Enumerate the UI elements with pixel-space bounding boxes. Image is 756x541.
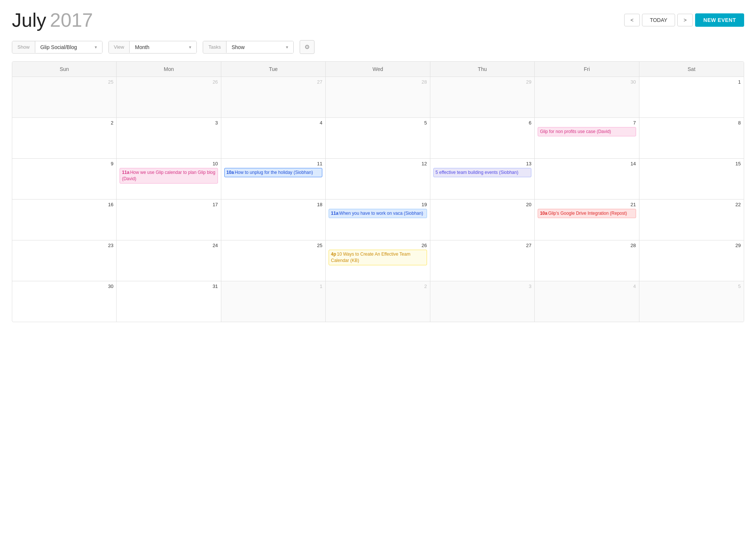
tasks-chevron-icon: ▾ (286, 45, 288, 50)
calendar-event[interactable]: Glip for non profits use case (David) (538, 127, 636, 136)
calendar-grid: 2526272829301234567Glip for non profits … (12, 77, 744, 322)
day-header: Sun (12, 62, 117, 77)
settings-button[interactable]: ⚙ (300, 40, 315, 54)
date-number: 30 (538, 79, 636, 85)
date-number: 29 (642, 243, 741, 248)
date-number: 1 (224, 284, 322, 289)
calendar-cell[interactable]: 15 (639, 158, 744, 199)
date-number: 27 (433, 243, 531, 248)
header: July 2017 < TODAY > NEW EVENT (0, 0, 756, 37)
view-group: View Month ▾ (108, 41, 197, 54)
calendar-cell[interactable]: 3 (117, 117, 221, 158)
date-number: 3 (433, 284, 531, 289)
calendar-cell[interactable]: 9 (12, 158, 117, 199)
calendar-cell[interactable]: 22 (639, 199, 744, 240)
date-number: 28 (538, 243, 636, 248)
nav-buttons: < TODAY > NEW EVENT (624, 13, 744, 27)
calendar-cell[interactable]: 27 (430, 240, 535, 281)
date-number: 25 (224, 243, 322, 248)
calendar-cell[interactable]: 24 (117, 240, 221, 281)
date-number: 16 (15, 202, 113, 207)
new-event-button[interactable]: NEW EVENT (695, 13, 744, 27)
day-header: Wed (326, 62, 430, 77)
calendar-cell[interactable]: 3 (430, 281, 535, 322)
show-label: Show (12, 41, 35, 53)
calendar-cell[interactable]: 1911aWhen you have to work on vaca (Siob… (326, 199, 430, 240)
date-number: 2 (329, 284, 427, 289)
calendar-cell[interactable]: 1 (639, 77, 744, 117)
calendar-cell[interactable]: 29 (639, 240, 744, 281)
date-number: 13 (433, 161, 531, 166)
date-number: 4 (224, 120, 322, 126)
calendar-cell[interactable]: 23 (12, 240, 117, 281)
date-number: 1 (642, 79, 741, 85)
date-number: 11 (224, 161, 322, 166)
calendar-cell[interactable]: 264p10 Ways to Create An Effective Team … (326, 240, 430, 281)
calendar-cell[interactable]: 5 (639, 281, 744, 322)
calendar-cell[interactable]: 4 (535, 281, 639, 322)
calendar-event[interactable]: 10aGlip's Google Drive Integration (Repo… (538, 209, 636, 218)
calendar-cell[interactable]: 26 (117, 77, 221, 117)
calendar-cell[interactable]: 16 (12, 199, 117, 240)
calendar-cell[interactable]: 14 (535, 158, 639, 199)
date-number: 31 (120, 284, 218, 289)
calendar-cell[interactable]: 27 (221, 77, 326, 117)
calendar-event[interactable]: 11aHow we use Glip calendar to plan Glip… (120, 168, 218, 184)
calendar-cell[interactable]: 30 (12, 281, 117, 322)
calendar-cell[interactable]: 28 (535, 240, 639, 281)
date-number: 27 (224, 79, 322, 85)
calendar-cell[interactable]: 25 (12, 77, 117, 117)
calendar-cell[interactable]: 12 (326, 158, 430, 199)
calendar-cell[interactable]: 2 (326, 281, 430, 322)
prev-button[interactable]: < (624, 14, 640, 26)
calendar-cell[interactable]: 7Glip for non profits use case (David) (535, 117, 639, 158)
view-select[interactable]: Month ▾ (130, 41, 196, 53)
tasks-label: Tasks (203, 41, 226, 53)
calendar-cell[interactable]: 28 (326, 77, 430, 117)
date-number: 14 (538, 161, 636, 166)
day-header: Fri (535, 62, 639, 77)
date-number: 3 (120, 120, 218, 126)
calendar-cell[interactable]: 2110aGlip's Google Drive Integration (Re… (535, 199, 639, 240)
show-select[interactable]: Glip Social/Blog ▾ (35, 41, 102, 53)
calendar-event[interactable]: 4p10 Ways to Create An Effective Team Ca… (329, 250, 427, 265)
calendar-event[interactable]: 10aHow to unplug for the holiday (Siobha… (224, 168, 322, 177)
calendar-cell[interactable]: 1011aHow we use Glip calendar to plan Gl… (117, 158, 221, 199)
date-number: 5 (642, 284, 741, 289)
date-number: 15 (642, 161, 741, 166)
date-number: 19 (329, 202, 427, 207)
date-number: 2 (15, 120, 113, 126)
calendar-cell[interactable]: 25 (221, 240, 326, 281)
calendar-cell[interactable]: 135 effective team building events (Siob… (430, 158, 535, 199)
calendar-cell[interactable]: 30 (535, 77, 639, 117)
calendar-cell[interactable]: 1110aHow to unplug for the holiday (Siob… (221, 158, 326, 199)
day-header: Tue (221, 62, 326, 77)
toolbar: Show Glip Social/Blog ▾ View Month ▾ Tas… (0, 37, 756, 61)
next-button[interactable]: > (677, 14, 693, 26)
calendar-cell[interactable]: 2 (12, 117, 117, 158)
date-number: 8 (642, 120, 741, 126)
calendar-event[interactable]: 11aWhen you have to work on vaca (Siobha… (329, 209, 427, 218)
today-button[interactable]: TODAY (642, 14, 675, 26)
calendar-header: SunMonTueWedThuFriSat (12, 62, 744, 77)
calendar-cell[interactable]: 17 (117, 199, 221, 240)
show-chevron-icon: ▾ (95, 45, 97, 50)
calendar-cell[interactable]: 1 (221, 281, 326, 322)
date-number: 26 (329, 243, 427, 248)
view-value: Month (135, 44, 149, 50)
date-number: 10 (120, 161, 218, 166)
calendar: SunMonTueWedThuFriSat 252627282930123456… (12, 61, 744, 322)
tasks-select[interactable]: Show ▾ (227, 41, 293, 53)
date-number: 23 (15, 243, 113, 248)
calendar-event[interactable]: 5 effective team building events (Siobha… (433, 168, 531, 177)
calendar-cell[interactable]: 6 (430, 117, 535, 158)
calendar-cell[interactable]: 8 (639, 117, 744, 158)
calendar-cell[interactable]: 4 (221, 117, 326, 158)
calendar-cell[interactable]: 31 (117, 281, 221, 322)
year-title: 2017 (50, 9, 93, 31)
calendar-cell[interactable]: 18 (221, 199, 326, 240)
calendar-cell[interactable]: 29 (430, 77, 535, 117)
calendar-cell[interactable]: 20 (430, 199, 535, 240)
day-header: Sat (639, 62, 744, 77)
calendar-cell[interactable]: 5 (326, 117, 430, 158)
